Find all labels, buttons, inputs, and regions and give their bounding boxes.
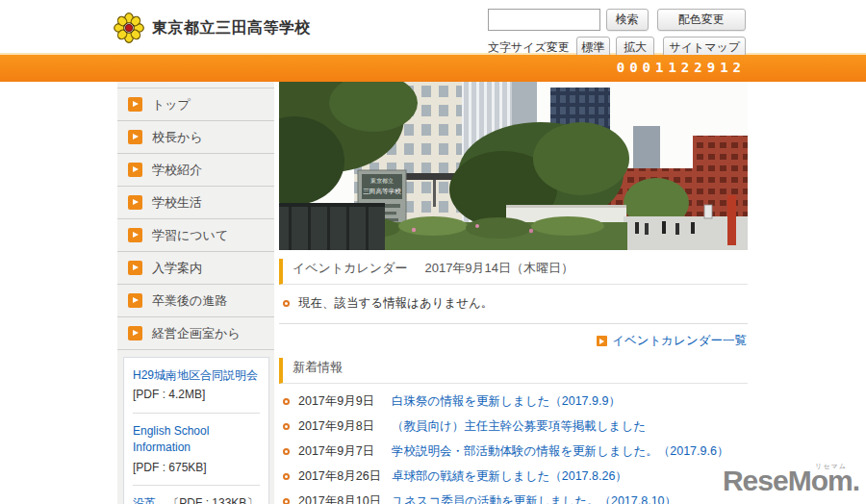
bullet-ring-icon	[283, 300, 290, 307]
color-change-button[interactable]: 配色変更	[657, 9, 746, 31]
bullet-ring-icon	[283, 423, 290, 430]
menu-arrow-icon	[128, 326, 142, 340]
list-link-arrow-icon	[597, 336, 607, 346]
news-section: 新着情報 2017年9月9日 白珠祭の情報を更新しました（2017.9.9） 2…	[279, 358, 748, 504]
bullet-ring-icon	[283, 398, 290, 405]
news-date: 2017年9月7日	[298, 443, 392, 460]
menu-arrow-icon	[128, 97, 142, 112]
bullet-ring-icon	[283, 498, 290, 504]
school-emblem-icon	[113, 12, 145, 44]
doc-link-setsumeikai[interactable]: H29城南地区合同説明会	[133, 368, 258, 382]
sidebar-item-label: 校長から	[152, 129, 203, 146]
list-item: 2017年9月7日 学校説明会・部活動体験の情報を更新しました。（2017.9.…	[279, 439, 748, 464]
counter-bar: 0001122912	[0, 55, 866, 82]
font-size-label: 文字サイズ変更	[488, 39, 570, 56]
news-link[interactable]: （教員向け）主任主幹公募要項等掲載しました	[392, 418, 646, 435]
svg-text:三田高等学校: 三田高等学校	[363, 188, 401, 194]
sidebar-item-learning[interactable]: 学習について	[117, 219, 274, 252]
sidebar-item-label: トップ	[152, 96, 191, 113]
sidebar-item-label: 卒業後の進路	[152, 292, 227, 310]
search-input[interactable]	[488, 9, 600, 31]
news-link[interactable]: 白珠祭の情報を更新しました（2017.9.9）	[392, 393, 621, 410]
sidebar-item-principal[interactable]: 校長から	[117, 121, 274, 154]
sidebar-item-admissions[interactable]: 入学案内	[117, 252, 274, 285]
doc-size: [PDF : 675KB]	[133, 460, 260, 476]
bullet-ring-icon	[283, 473, 290, 480]
news-link[interactable]: 学校説明会・部活動体験の情報を更新しました。（2017.9.6）	[392, 443, 728, 460]
list-item: 2017年8月26日 卓球部の戦績を更新しました（2017.8.26）	[279, 464, 748, 489]
event-calendar-section: イベントカレンダー 2017年9月14日（木曜日） 現在、該当する情報はありませ…	[279, 259, 748, 349]
resemom-watermark: リセマム ReseMom.	[723, 466, 859, 495]
document-links-box: H29城南地区合同説明会 [PDF : 4.2MB] English Schoo…	[123, 357, 269, 504]
doc-size: 〔PDF : 133KB〕	[167, 496, 258, 504]
news-link[interactable]: 卓球部の戦績を更新しました（2017.8.26）	[392, 468, 627, 485]
event-calendar-empty-row: 現在、該当する情報はありません。	[279, 285, 748, 324]
resemom-ruby: リセマム	[815, 463, 847, 469]
news-date: 2017年8月26日	[298, 468, 392, 485]
news-title-label: 新着情報	[293, 359, 343, 376]
event-calendar-title: イベントカレンダー 2017年9月14日（木曜日）	[279, 259, 748, 285]
search-button[interactable]: 検索	[606, 9, 649, 31]
menu-arrow-icon	[128, 293, 142, 308]
list-item: 2017年8月10日 ユネスコ委員の活動を更新しました。（2017.8.10）	[279, 489, 748, 504]
menu-arrow-icon	[128, 195, 142, 210]
page-title: 東京都立三田高等学校	[152, 18, 311, 38]
list-item: 沿革 〔PDF : 133KB〕	[133, 486, 260, 504]
sidebar-item-management-office[interactable]: 経営企画室から	[117, 317, 274, 350]
list-item: 2017年9月8日 （教員向け）主任主幹公募要項等掲載しました	[279, 414, 748, 439]
sidebar-item-school-life[interactable]: 学校生活	[117, 187, 274, 219]
sidebar-item-label: 経営企画室から	[152, 325, 241, 342]
news-date: 2017年8月10日	[298, 493, 392, 504]
list-item: English School Information [PDF : 675KB]	[133, 414, 260, 486]
doc-size: [PDF : 4.2MB]	[133, 387, 260, 403]
sidebar-item-label: 学習について	[152, 227, 228, 244]
sidebar-item-label: 入学案内	[152, 260, 202, 277]
main-content: 東京都立 三田高等学校	[279, 82, 748, 504]
event-calendar-list-link-row: イベントカレンダー一覧	[279, 324, 748, 349]
event-calendar-title-label: イベントカレンダー	[293, 260, 407, 277]
news-title: 新着情報	[279, 358, 748, 384]
menu-arrow-icon	[128, 163, 142, 177]
bullet-ring-icon	[283, 448, 290, 455]
sidebar-item-label: 学校生活	[152, 194, 202, 212]
news-date: 2017年9月9日	[298, 393, 392, 410]
svg-text:東京都立: 東京都立	[370, 177, 394, 185]
event-calendar-empty-message: 現在、該当する情報はありません。	[298, 295, 493, 312]
visitor-counter: 0001122912	[617, 60, 746, 75]
doc-link-enkaku[interactable]: 沿革	[133, 496, 156, 504]
sidebar: トップ 校長から 学校紹介 学校生活 学習について 入学案内 卒業後の進路 経営…	[117, 82, 274, 504]
menu-sliver	[117, 82, 274, 88]
sidebar-item-career[interactable]: 卒業後の進路	[117, 285, 274, 317]
event-calendar-date: 2017年9月14日（木曜日）	[424, 260, 573, 277]
news-list: 2017年9月9日 白珠祭の情報を更新しました（2017.9.9） 2017年9…	[279, 384, 748, 504]
menu-arrow-icon	[128, 130, 142, 144]
news-link[interactable]: ユネスコ委員の活動を更新しました。（2017.8.10）	[392, 493, 676, 504]
sidebar-item-top[interactable]: トップ	[117, 88, 274, 121]
site-header: 東京都立三田高等学校 検索 配色変更 文字サイズ変更 標準 拡大 サイトマップ	[0, 0, 866, 55]
brand: 東京都立三田高等学校	[113, 12, 311, 44]
campus-photo: 東京都立 三田高等学校	[279, 82, 748, 250]
list-item: 2017年9月9日 白珠祭の情報を更新しました（2017.9.9）	[279, 389, 748, 414]
news-date: 2017年9月8日	[298, 418, 392, 435]
list-item: H29城南地区合同説明会 [PDF : 4.2MB]	[133, 358, 260, 414]
menu-arrow-icon	[128, 261, 142, 275]
event-calendar-list-link[interactable]: イベントカレンダー一覧	[612, 333, 747, 349]
menu-arrow-icon	[128, 228, 142, 242]
sidebar-item-school-intro[interactable]: 学校紹介	[117, 154, 274, 187]
sidebar-item-label: 学校紹介	[152, 162, 202, 179]
doc-link-english-info[interactable]: English School Information	[133, 424, 209, 454]
